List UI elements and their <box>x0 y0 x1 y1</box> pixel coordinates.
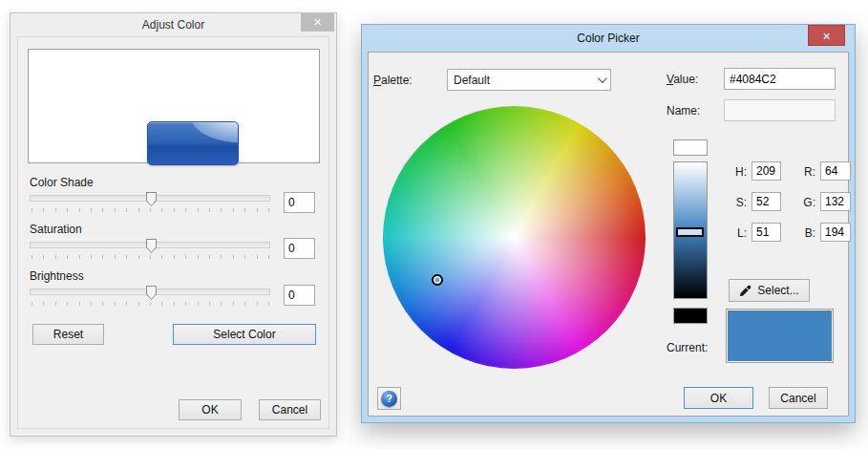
color-preview-area <box>28 49 320 163</box>
color-picker-titlebar[interactable]: Color Picker <box>362 25 855 52</box>
brightness-ticks <box>32 302 269 306</box>
hue-label: H: <box>728 165 747 179</box>
cancel-button[interactable]: Cancel <box>259 399 321 420</box>
current-label: Current: <box>667 341 708 354</box>
eyedropper-icon <box>739 285 752 297</box>
cancel-button[interactable]: Cancel <box>769 387 828 409</box>
lightness-handle[interactable] <box>676 227 704 237</box>
blue-input[interactable] <box>820 223 851 242</box>
saturation-ticks <box>32 255 269 259</box>
color-shade-label: Color Shade <box>30 176 94 189</box>
close-button[interactable]: ✕ <box>301 13 334 32</box>
value-label: Value: <box>667 73 698 86</box>
palette-dropdown[interactable]: Default <box>447 69 611 91</box>
preview-color-sample <box>147 121 239 165</box>
color-wheel[interactable] <box>383 106 646 369</box>
ok-button[interactable]: OK <box>179 399 242 420</box>
ok-button[interactable]: OK <box>684 387 753 409</box>
select-color-button[interactable]: Select Color <box>173 324 316 345</box>
help-button[interactable]: ? <box>377 387 401 410</box>
color-picker-dialog: Color Picker ✕ Palette: Default Value: N… <box>361 24 856 423</box>
close-icon: ✕ <box>822 31 831 42</box>
reset-button[interactable]: Reset <box>32 324 104 345</box>
select-button-label: Select... <box>757 284 798 297</box>
close-icon: ✕ <box>313 16 322 28</box>
saturation-label: Saturation <box>30 223 82 236</box>
red-input[interactable] <box>820 161 851 181</box>
adjust-color-titlebar[interactable]: Adjust Color <box>11 13 336 36</box>
dialog-title: Color Picker <box>577 32 639 45</box>
name-input <box>724 99 836 121</box>
white-swatch[interactable] <box>673 139 708 156</box>
palette-label: Palette: <box>373 74 413 87</box>
palette-selected-value: Default <box>454 74 598 87</box>
saturation-label: S: <box>728 196 747 209</box>
brightness-label: Brightness <box>30 269 84 283</box>
select-screen-color-button[interactable]: Select... <box>729 279 810 302</box>
brightness-input[interactable] <box>284 285 315 306</box>
color-shade-ticks <box>32 208 269 212</box>
current-color-swatch <box>726 309 834 363</box>
adjust-color-dialog: Adjust Color ✕ Color Shade Saturation Br… <box>10 12 337 437</box>
hue-input[interactable] <box>752 161 781 181</box>
help-icon: ? <box>381 391 397 407</box>
name-label: Name: <box>667 104 700 118</box>
lightness-label: L: <box>728 226 747 240</box>
lightness-input[interactable] <box>752 223 781 242</box>
blue-label: B: <box>796 226 815 240</box>
green-label: G: <box>796 196 815 209</box>
value-input[interactable] <box>724 68 836 90</box>
saturation-input[interactable] <box>752 192 781 211</box>
close-button[interactable]: ✕ <box>808 25 845 46</box>
color-wheel-marker[interactable] <box>432 274 443 286</box>
saturation-input[interactable] <box>284 238 315 259</box>
black-swatch[interactable] <box>673 308 708 324</box>
chevron-down-icon <box>598 74 607 83</box>
green-input[interactable] <box>820 192 851 211</box>
dialog-title: Adjust Color <box>142 18 204 32</box>
color-shade-input[interactable] <box>284 192 315 213</box>
red-label: R: <box>796 165 815 179</box>
